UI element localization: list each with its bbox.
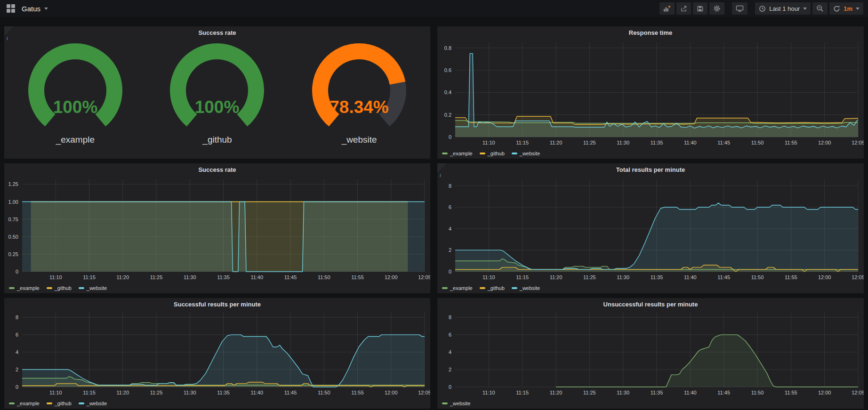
x-axis-tick: 11:50 [751, 274, 764, 280]
y-axis-tick: 0.25 [8, 251, 18, 257]
chart-canvas[interactable]: 0246811:1011:1511:2011:2511:3011:3511:40… [437, 298, 864, 409]
legend-marker-icon [480, 153, 485, 154]
x-axis-tick: 11:10 [482, 390, 495, 395]
x-axis-tick: 11:10 [482, 140, 495, 145]
y-axis-tick: 0.75 [8, 217, 18, 222]
legend-item-website[interactable]: _website [79, 401, 107, 406]
legend-item-github[interactable]: _github [47, 285, 72, 291]
gauge-github: 100%_github [158, 41, 276, 145]
legend-item-github[interactable]: _github [480, 151, 505, 156]
chart-canvas[interactable]: 00.20.40.60.811:1011:1511:2011:2511:3011… [437, 26, 864, 159]
legend-series-name: _website [87, 401, 107, 406]
legend-item-github[interactable]: _github [480, 285, 505, 291]
legend-series-name: _website [520, 151, 540, 156]
legend: _example_github_website [9, 285, 107, 291]
y-axis-tick: 0 [16, 384, 18, 390]
share-dashboard-button[interactable] [676, 2, 691, 15]
legend-item-website[interactable]: _website [442, 401, 470, 406]
settings-gear-icon [713, 5, 721, 12]
x-axis-tick: 11:20 [116, 390, 129, 395]
x-axis-tick: 11:55 [785, 274, 797, 280]
gauge-series-label: _website [342, 135, 377, 145]
x-axis-tick: 11:30 [617, 390, 629, 395]
y-axis-tick: 0 [449, 384, 451, 390]
x-axis-tick: 11:25 [150, 390, 163, 395]
x-axis-tick: 12:05 [418, 390, 430, 395]
gauge-example: 100%_example [16, 41, 134, 145]
x-axis-tick: 11:25 [150, 274, 163, 280]
x-axis-tick: 12:05 [852, 274, 864, 280]
x-axis-tick: 11:15 [516, 140, 529, 145]
legend-item-example[interactable]: _example [442, 285, 473, 291]
panel-info-corner[interactable]: i [4, 26, 14, 36]
legend-item-website[interactable]: _website [512, 285, 540, 291]
time-range-picker-button[interactable]: Last 1 hour [755, 2, 811, 15]
legend-series-name: _example [450, 285, 473, 291]
legend-marker-icon [442, 287, 448, 289]
dashboard-title-button[interactable]: Gatus [22, 5, 48, 13]
y-axis-tick: 6 [16, 332, 18, 338]
x-axis-tick: 11:25 [583, 140, 596, 145]
legend: _website [442, 401, 470, 406]
grid-logo-icon [7, 4, 15, 13]
save-dashboard-button[interactable] [693, 2, 707, 15]
x-axis-tick: 11:25 [583, 274, 596, 280]
legend-marker-icon [9, 402, 15, 404]
legend-item-github[interactable]: _github [47, 401, 72, 406]
x-axis-tick: 11:15 [516, 274, 529, 280]
legend-marker-icon [79, 402, 84, 404]
chart-canvas[interactable]: 0246811:1011:1511:2011:2511:3011:3511:40… [437, 163, 864, 293]
add-panel-button[interactable] [659, 2, 675, 15]
gauge-arc: 100% [16, 41, 134, 134]
x-axis-tick: 11:25 [583, 390, 596, 395]
x-axis-tick: 11:45 [284, 274, 297, 280]
chart-canvas[interactable]: 00.250.500.751.001.2511:1011:1511:2011:2… [4, 163, 430, 293]
x-axis-tick: 11:20 [116, 274, 129, 280]
legend-item-website[interactable]: _website [512, 151, 540, 156]
legend-item-website[interactable]: _website [79, 285, 107, 291]
refresh-picker-button[interactable]: 1m [829, 2, 863, 15]
gauge-website: 78.34%_website [300, 41, 418, 145]
x-axis-tick: 11:55 [351, 390, 364, 395]
cycle-view-button[interactable] [732, 2, 747, 15]
legend-series-name: _website [450, 401, 470, 406]
navbar-right: Last 1 hour 1m [658, 2, 863, 15]
y-axis-tick: 0.8 [444, 45, 451, 51]
y-axis-tick: 4 [449, 349, 451, 355]
dashboard-settings-button[interactable] [709, 2, 724, 15]
legend-series-name: _github [488, 151, 505, 156]
x-axis-tick: 12:00 [385, 390, 398, 395]
zoom-out-button[interactable] [812, 2, 828, 15]
x-axis-tick: 11:40 [250, 390, 263, 395]
cycle-view-icon [736, 5, 744, 12]
legend-item-example[interactable]: _example [9, 401, 40, 406]
legend-marker-icon [480, 287, 485, 289]
y-axis-tick: 0.2 [444, 112, 451, 118]
x-axis-tick: 12:05 [852, 390, 864, 395]
legend-item-example[interactable]: _example [9, 285, 40, 291]
legend-item-example[interactable]: _example [442, 151, 473, 156]
chart-canvas[interactable]: 0246811:1011:1511:2011:2511:3011:3511:40… [4, 298, 430, 409]
legend-marker-icon [79, 287, 84, 289]
x-axis-tick: 11:20 [550, 274, 563, 280]
legend-series-name: _github [55, 401, 72, 406]
x-axis-tick: 11:35 [651, 390, 663, 395]
x-axis-tick: 11:35 [651, 274, 663, 280]
panel-response-time-1: Response time00.20.40.60.811:1011:1511:2… [437, 26, 864, 159]
y-axis-tick: 0.50 [8, 234, 18, 240]
x-axis-tick: 11:45 [717, 274, 730, 280]
x-axis-tick: 11:40 [684, 140, 697, 145]
refresh-icon [833, 5, 840, 12]
x-axis-tick: 12:05 [418, 274, 430, 280]
panel-unsuccessful-results-per-minute-5: Unsuccessful results per minute0246811:1… [437, 298, 864, 409]
x-axis-tick: 11:20 [550, 390, 563, 395]
panel-title[interactable]: Success rate [4, 26, 430, 40]
y-axis-tick: 4 [449, 226, 451, 232]
x-axis-tick: 12:00 [385, 274, 398, 280]
legend-marker-icon [47, 287, 52, 289]
x-axis-tick: 11:50 [318, 390, 330, 395]
clock-icon [759, 5, 766, 12]
y-axis-tick: 4 [16, 349, 18, 355]
panel-success-rate-2: Success rate00.250.500.751.001.2511:1011… [4, 163, 430, 293]
dashboards-menu-button[interactable] [5, 2, 17, 15]
